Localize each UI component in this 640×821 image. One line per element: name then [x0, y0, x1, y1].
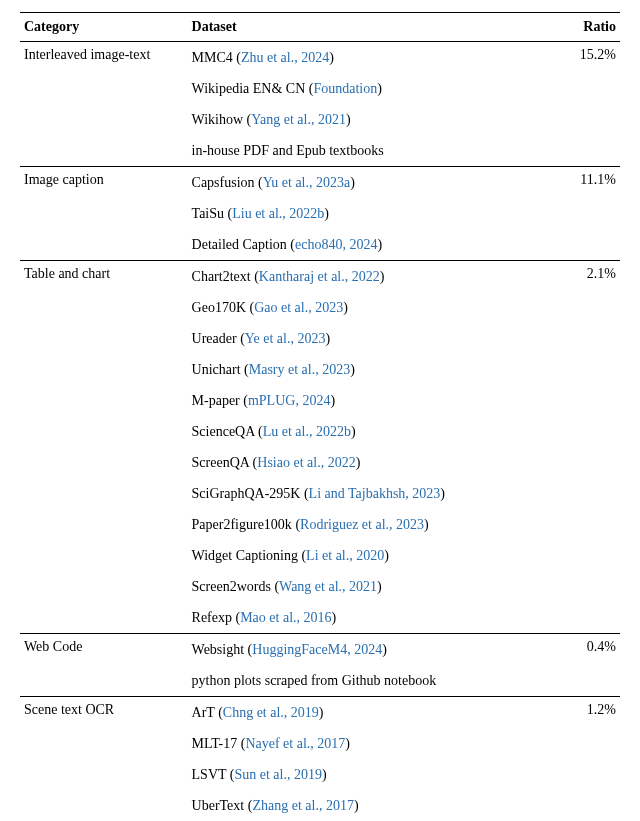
dataset-name: Paper2figure100k	[192, 517, 292, 532]
dataset-name: Wikihow	[192, 112, 244, 127]
dataset-name: TaiSu	[192, 206, 224, 221]
dataset-cell: ScienceQA (Lu et al., 2022b)	[188, 416, 565, 447]
dataset-name: Capsfusion	[192, 175, 255, 190]
table-row: Scene text OCRArT (Chng et al., 2019)1.2…	[20, 697, 620, 729]
table-row: Web CodeWebsight (HuggingFaceM4, 2024)0.…	[20, 634, 620, 666]
citation: Foundation	[313, 81, 377, 96]
citation: Ye et al., 2023	[245, 331, 326, 346]
citation: Lu et al., 2022b	[263, 424, 351, 439]
dataset-name: LSVT	[192, 767, 227, 782]
dataset-cell: python plots scraped from Github noteboo…	[188, 665, 565, 697]
citation: Yu et al., 2023a	[263, 175, 350, 190]
dataset-cell: Detailed Caption (echo840, 2024)	[188, 229, 565, 261]
dataset-cell: Unichart (Masry et al., 2023)	[188, 354, 565, 385]
citation: Yang et al., 2021	[251, 112, 346, 127]
citation: Zhu et al., 2024	[241, 50, 329, 65]
citation: Mao et al., 2016	[240, 610, 331, 625]
citation: Nayef et al., 2017	[245, 736, 345, 751]
citation: Chng et al., 2019	[223, 705, 319, 720]
table-row: Image captionCapsfusion (Yu et al., 2023…	[20, 167, 620, 199]
dataset-name: M-paper	[192, 393, 240, 408]
citation: Masry et al., 2023	[249, 362, 350, 377]
dataset-cell: Screen2words (Wang et al., 2021)	[188, 571, 565, 602]
dataset-name: in-house PDF and Epub textbooks	[192, 143, 384, 158]
citation: Li and Tajbakhsh, 2023	[309, 486, 441, 501]
dataset-name: SciGraphQA-295K	[192, 486, 301, 501]
dataset-cell: ScreenQA (Hsiao et al., 2022)	[188, 447, 565, 478]
dataset-name: ArT	[192, 705, 215, 720]
dataset-name: Chart2text	[192, 269, 251, 284]
category-cell: Image caption	[20, 167, 188, 261]
dataset-table: Category Dataset Ratio Interleaved image…	[20, 12, 620, 821]
dataset-cell: ArT (Chng et al., 2019)	[188, 697, 565, 729]
dataset-name: Geo170K	[192, 300, 246, 315]
header-dataset: Dataset	[188, 13, 565, 42]
citation: Hsiao et al., 2022	[257, 455, 355, 470]
dataset-cell: Chart2text (Kantharaj et al., 2022)	[188, 261, 565, 293]
ratio-cell: 1.2%	[565, 697, 620, 822]
table-body: Interleaved image-textMMC4 (Zhu et al., …	[20, 42, 620, 822]
citation: Zhang et al., 2017	[252, 798, 353, 813]
dataset-name: MMC4	[192, 50, 233, 65]
dataset-name: Detailed Caption	[192, 237, 287, 252]
dataset-name: Refexp	[192, 610, 232, 625]
category-cell: Scene text OCR	[20, 697, 188, 822]
dataset-cell: Widget Captioning (Li et al., 2020)	[188, 540, 565, 571]
dataset-cell: M-paper (mPLUG, 2024)	[188, 385, 565, 416]
dataset-cell: Geo170K (Gao et al., 2023)	[188, 292, 565, 323]
category-cell: Interleaved image-text	[20, 42, 188, 167]
dataset-name: Wikipedia EN& CN	[192, 81, 306, 96]
dataset-cell: SciGraphQA-295K (Li and Tajbakhsh, 2023)	[188, 478, 565, 509]
dataset-name: ScienceQA	[192, 424, 255, 439]
dataset-cell: MMC4 (Zhu et al., 2024)	[188, 42, 565, 74]
dataset-name: Widget Captioning	[192, 548, 298, 563]
ratio-cell: 0.4%	[565, 634, 620, 697]
dataset-name: Unichart	[192, 362, 241, 377]
header-ratio: Ratio	[565, 13, 620, 42]
dataset-cell: Websight (HuggingFaceM4, 2024)	[188, 634, 565, 666]
dataset-name: ScreenQA	[192, 455, 250, 470]
dataset-cell: MLT-17 (Nayef et al., 2017)	[188, 728, 565, 759]
table-row: Table and chartChart2text (Kantharaj et …	[20, 261, 620, 293]
citation: Kantharaj et al., 2022	[259, 269, 380, 284]
dataset-name: UberText	[192, 798, 245, 813]
ratio-cell: 11.1%	[565, 167, 620, 261]
dataset-name: python plots scraped from Github noteboo…	[192, 673, 437, 688]
citation: Liu et al., 2022b	[232, 206, 324, 221]
citation: Gao et al., 2023	[254, 300, 343, 315]
dataset-cell: Ureader (Ye et al., 2023)	[188, 323, 565, 354]
citation: Sun et al., 2019	[234, 767, 322, 782]
dataset-name: Ureader	[192, 331, 237, 346]
citation: Li et al., 2020	[306, 548, 384, 563]
table-row: Interleaved image-textMMC4 (Zhu et al., …	[20, 42, 620, 74]
dataset-name: Websight	[192, 642, 245, 657]
ratio-cell: 15.2%	[565, 42, 620, 167]
citation: Wang et al., 2021	[279, 579, 377, 594]
dataset-cell: UberText (Zhang et al., 2017)	[188, 790, 565, 821]
citation: echo840, 2024	[295, 237, 377, 252]
dataset-cell: in-house PDF and Epub textbooks	[188, 135, 565, 167]
header-category: Category	[20, 13, 188, 42]
ratio-cell: 2.1%	[565, 261, 620, 634]
dataset-name: Screen2words	[192, 579, 271, 594]
category-cell: Table and chart	[20, 261, 188, 634]
dataset-cell: LSVT (Sun et al., 2019)	[188, 759, 565, 790]
dataset-cell: TaiSu (Liu et al., 2022b)	[188, 198, 565, 229]
citation: Rodriguez et al., 2023	[300, 517, 424, 532]
dataset-cell: Wikihow (Yang et al., 2021)	[188, 104, 565, 135]
citation: mPLUG, 2024	[248, 393, 330, 408]
citation: HuggingFaceM4, 2024	[252, 642, 382, 657]
table-header-row: Category Dataset Ratio	[20, 13, 620, 42]
category-cell: Web Code	[20, 634, 188, 697]
dataset-cell: Refexp (Mao et al., 2016)	[188, 602, 565, 634]
dataset-cell: Capsfusion (Yu et al., 2023a)	[188, 167, 565, 199]
dataset-name: MLT-17	[192, 736, 238, 751]
dataset-cell: Wikipedia EN& CN (Foundation)	[188, 73, 565, 104]
dataset-cell: Paper2figure100k (Rodriguez et al., 2023…	[188, 509, 565, 540]
